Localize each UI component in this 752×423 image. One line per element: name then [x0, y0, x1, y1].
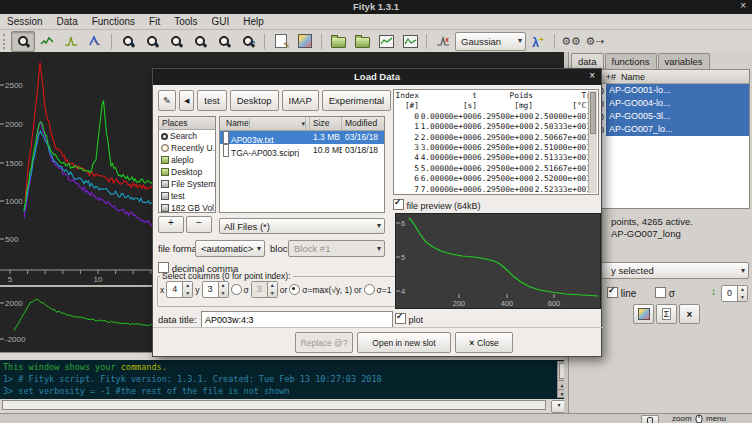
mouse-hint-button[interactable]	[641, 415, 659, 423]
session-log-button[interactable]	[293, 31, 317, 52]
menubar: SessionDataFunctionsFitToolsGUIHelp	[0, 14, 752, 30]
close-button[interactable]: ×Close	[455, 332, 513, 353]
add-function-button[interactable]: λ+	[526, 31, 550, 52]
preview-plot[interactable]: 654200400600	[395, 213, 601, 309]
place-item-aleplo[interactable]: aleplo	[159, 154, 215, 166]
delete-data-button[interactable]: ×	[679, 304, 700, 324]
toolbar-handle[interactable]	[3, 34, 8, 49]
menu-data[interactable]: Data	[50, 15, 85, 28]
run-fit-button[interactable]: ⚙⚙	[559, 31, 583, 52]
x-column-stepper[interactable]: 4▲▼	[166, 281, 193, 298]
data-edit-button[interactable]	[398, 31, 422, 52]
place-item-recently-u-[interactable]: Recently U...	[159, 142, 215, 154]
file-name: AP003w.txt	[220, 131, 310, 144]
file-filter-dropdown[interactable]: All Files (*) ▾	[219, 218, 385, 234]
data-title-input[interactable]	[201, 311, 393, 328]
y-column-stepper[interactable]: 3▲▼	[202, 281, 229, 298]
zoom-mode-button[interactable]	[11, 31, 35, 52]
svg-text:600: 600	[548, 299, 561, 308]
scrollbar-thumb[interactable]	[590, 92, 596, 134]
edit-script-button[interactable]	[269, 31, 293, 52]
data-export-button[interactable]	[374, 31, 398, 52]
add-peak-mode-button[interactable]	[83, 31, 107, 52]
pencil-icon: ✎	[163, 95, 171, 106]
remove-place-button[interactable]: −	[186, 216, 212, 233]
zoom-vertical-button[interactable]: ↕	[212, 31, 236, 52]
zoom-in-button[interactable]: +	[116, 31, 140, 52]
continue-fit-button[interactable]: ⚙➝	[583, 31, 607, 52]
dialog-close-button[interactable]: ×	[589, 70, 595, 81]
column-name[interactable]: Name▾	[220, 117, 310, 130]
zoom-right-button[interactable]: →	[188, 31, 212, 52]
column-size[interactable]: Size	[310, 117, 342, 130]
console-log[interactable]: This window shows your commands. 1> # Fi…	[0, 360, 568, 399]
preview-data-row: 33.00000e+0006.29500e+0002.51000e+001	[395, 143, 598, 153]
window-close-button[interactable]: ×	[740, 0, 746, 11]
tab-functions[interactable]: functions	[605, 53, 657, 69]
preview-data-row: 66.00000e+0006.29500e+0002.52000e+001	[395, 174, 598, 184]
file-list[interactable]: Name▾ Size Modified AP003w.txt1.3 MB03/1…	[219, 116, 385, 213]
auto-add-function-button[interactable]: x	[431, 31, 455, 52]
plot-checkbox[interactable]: ✓ plot	[395, 313, 423, 325]
file-filter-value: All Files (*)	[224, 221, 270, 232]
command-input[interactable]	[2, 400, 546, 410]
function-type-dropdown[interactable]: Gaussian ▾	[455, 32, 526, 51]
open-data-slot-button[interactable]	[350, 31, 374, 52]
sigma-one-radio[interactable]	[364, 284, 375, 295]
open-in-new-slot-button[interactable]: Open in new slot	[357, 332, 451, 353]
file-row[interactable]: AP003w.txt1.3 MB03/16/18	[220, 131, 384, 144]
place-item-test[interactable]: test	[159, 190, 215, 202]
menu-session[interactable]: Session	[0, 15, 50, 28]
status-zoom-label: zoom	[672, 414, 692, 423]
menu-fit[interactable]: Fit	[142, 15, 167, 28]
zoom-previous-icon: ↶	[242, 35, 255, 48]
path-button-experimental[interactable]: Experimental	[322, 90, 391, 111]
add-place-button[interactable]: +	[158, 216, 184, 233]
path-button-test[interactable]: test	[197, 90, 226, 111]
column-modified[interactable]: Modified	[342, 117, 384, 130]
type-location-button[interactable]: ✎	[158, 90, 176, 111]
stepper-arrows[interactable]: ▲▼	[737, 286, 747, 301]
sum-data-button[interactable]: Σ	[656, 304, 677, 324]
line-checkbox[interactable]: ✓ line	[607, 287, 636, 299]
menu-help[interactable]: Help	[236, 15, 271, 28]
data-view-mode-button[interactable]	[35, 31, 59, 52]
preview-scrollbar[interactable]	[588, 91, 597, 193]
path-button-desktop[interactable]: Desktop	[230, 90, 279, 111]
open-data-button[interactable]	[326, 31, 350, 52]
range-mode-button[interactable]	[59, 31, 83, 52]
place-item-desktop[interactable]: Desktop	[159, 166, 215, 178]
file-name: TGA-AP003.sciprj	[220, 144, 310, 157]
file-format-dropdown[interactable]: <automatic>▾	[195, 240, 265, 257]
sigma-max-radio[interactable]	[289, 284, 300, 295]
drive-icon	[161, 180, 169, 188]
file-preview-table[interactable]: IndextPoidsTr[#][s][mg][°C]00.00000e+000…	[393, 89, 599, 195]
data-title-label: data title:	[158, 314, 197, 325]
tab-variables[interactable]: variables	[658, 53, 710, 69]
menu-gui[interactable]: GUI	[205, 15, 237, 28]
sigma-checkbox[interactable]: σ	[655, 287, 675, 299]
path-button-imap[interactable]: IMAP	[282, 90, 319, 111]
toolbar-separator	[111, 34, 112, 49]
point-size-stepper[interactable]: 0 ▲▼	[721, 285, 748, 302]
zoom-out-button[interactable]: −	[140, 31, 164, 52]
sigma-column-radio[interactable]	[231, 284, 242, 295]
copy-data-button[interactable]	[633, 304, 654, 324]
place-item-search[interactable]: Search	[159, 130, 215, 142]
menu-functions[interactable]: Functions	[85, 15, 142, 28]
path-back-button[interactable]: ◀	[179, 90, 194, 111]
status-menu-label: menu	[706, 414, 726, 423]
menu-tools[interactable]: Tools	[167, 15, 204, 28]
zoom-left-button[interactable]: ←	[164, 31, 188, 52]
stepper-arrows[interactable]: ▲▼	[218, 282, 228, 297]
stepper-arrows[interactable]: ▲▼	[182, 282, 192, 297]
chevron-down-icon: ▾	[257, 243, 261, 252]
place-item-182-gb-vol-[interactable]: 182 GB Vol...	[159, 202, 215, 213]
file-row[interactable]: TGA-AP003.sciprj10.8 MB03/18/18	[220, 144, 384, 157]
place-item-file-system[interactable]: File System	[159, 178, 215, 190]
preview-plot-canvas[interactable]: 654200400600	[396, 214, 600, 308]
sort-arrow-icon: ▾	[298, 117, 306, 130]
chevron-down-icon: ▾	[377, 221, 381, 230]
zoom-previous-button[interactable]: ↶	[236, 31, 260, 52]
file-preview-checkbox[interactable]: ✓ file preview (64kB)	[393, 199, 481, 211]
